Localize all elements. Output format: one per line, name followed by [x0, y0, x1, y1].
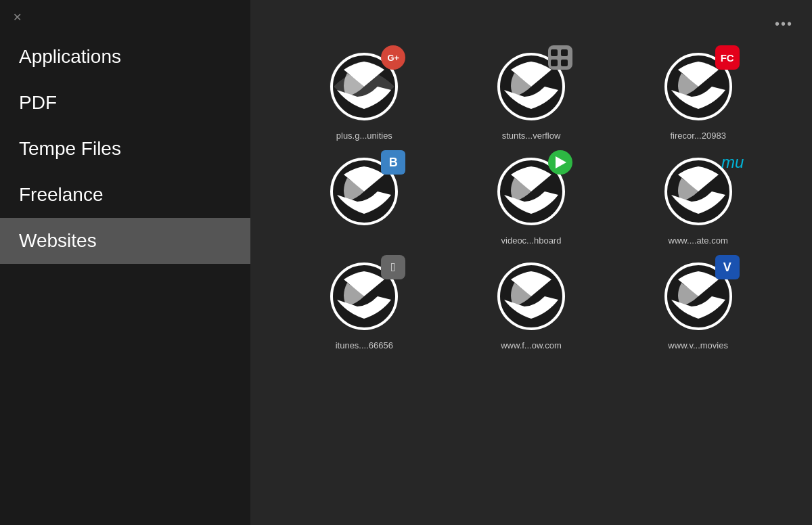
- sidebar: ✕ Applications PDF Tempe Files Freelance…: [0, 0, 250, 525]
- sidebar-item-websites[interactable]: Websites: [0, 218, 250, 264]
- list-item[interactable]: G+ plus.g...unities: [284, 49, 445, 141]
- icon-label: www....ate.com: [669, 235, 728, 246]
- globe-icon: [494, 259, 568, 334]
- sidebar-item-freelance[interactable]: Freelance: [0, 172, 250, 218]
- sidebar-item-tempe-files[interactable]: Tempe Files: [0, 126, 250, 172]
- icon-label: stunts...verflow: [502, 131, 561, 141]
- icon-label: www.f...ow.com: [501, 340, 562, 350]
- icon-wrapper: [494, 154, 568, 229]
- list-item[interactable]: videoc...hboard: [451, 154, 612, 246]
- icon-wrapper: [494, 259, 568, 334]
- list-item[interactable]: V www.v...movies: [618, 259, 778, 350]
- list-item[interactable]: FC firecor...20983: [618, 49, 778, 141]
- icon-wrapper: : [327, 259, 401, 334]
- list-item[interactable]: www.f...ow.com: [451, 259, 612, 350]
- sidebar-item-pdf[interactable]: PDF: [0, 80, 250, 126]
- google-badge: G+: [381, 45, 405, 70]
- apple-badge: : [381, 255, 405, 279]
- icon-label: itunes....66656: [336, 340, 393, 350]
- list-item[interactable]:  itunes....66656: [284, 259, 445, 350]
- b-badge: B: [381, 150, 405, 175]
- icon-wrapper: [494, 49, 568, 124]
- icon-wrapper: V: [661, 259, 736, 334]
- icon-wrapper: mu: [661, 154, 736, 229]
- fc-badge: FC: [715, 45, 740, 70]
- icon-label: plus.g...unities: [336, 131, 392, 141]
- icon-wrapper: G+: [327, 49, 401, 124]
- icon-label: www.v...movies: [668, 340, 728, 350]
- icon-grid: G+ plus.g...unities: [264, 43, 798, 357]
- sidebar-item-applications[interactable]: Applications: [0, 34, 250, 80]
- more-button[interactable]: •••: [775, 16, 793, 32]
- main-content: ••• G+ plus.g...unities: [250, 0, 812, 525]
- list-item[interactable]: mu www....ate.com: [618, 154, 778, 246]
- play-badge: [548, 150, 572, 175]
- mu-badge: mu: [721, 150, 745, 175]
- icon-wrapper: B: [327, 154, 401, 229]
- grid-badge: [548, 45, 572, 70]
- v-badge: V: [715, 255, 740, 279]
- close-button[interactable]: ✕: [9, 9, 24, 24]
- icon-wrapper: FC: [661, 49, 736, 124]
- list-item[interactable]: B: [284, 154, 445, 246]
- list-item[interactable]: stunts...verflow: [451, 49, 612, 141]
- icon-label: videoc...hboard: [501, 235, 562, 246]
- main-header: •••: [264, 14, 798, 43]
- icon-label: firecor...20983: [670, 131, 725, 141]
